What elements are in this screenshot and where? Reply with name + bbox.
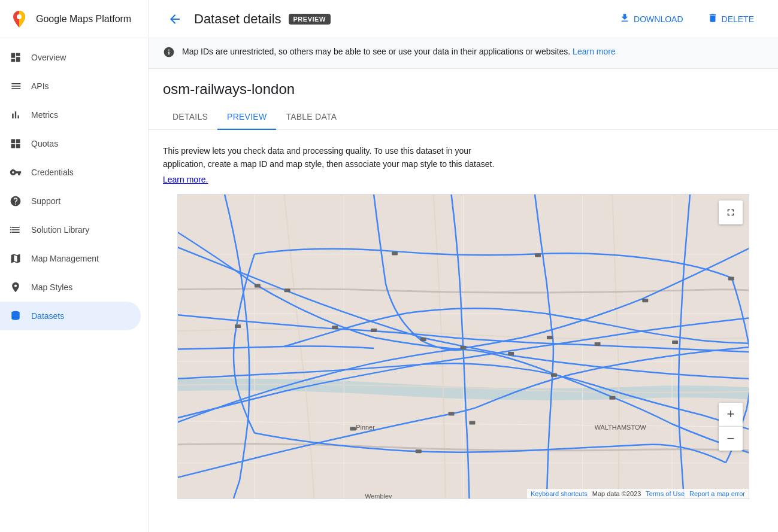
sidebar-item-solution-library-label: Solution Library	[31, 225, 89, 235]
svg-rect-34	[235, 324, 241, 328]
svg-text:Wembley: Wembley	[365, 493, 392, 498]
svg-rect-40	[416, 449, 422, 453]
svg-rect-6	[10, 229, 11, 230]
support-icon	[10, 195, 22, 207]
delete-button[interactable]: DELETE	[698, 8, 764, 31]
svg-rect-5	[10, 227, 11, 228]
svg-rect-4	[16, 144, 20, 148]
svg-rect-36	[469, 421, 475, 424]
svg-rect-37	[551, 373, 557, 377]
delete-icon	[707, 13, 718, 26]
map-visualization: Pinner WALTHAMSTOW Romford Wembley Green…	[178, 194, 749, 498]
svg-point-0	[17, 14, 22, 19]
sidebar-item-credentials[interactable]: Credentials	[0, 158, 141, 187]
map-data-text: Map data ©2023	[592, 490, 641, 497]
sidebar-header: Google Maps Platform	[0, 0, 148, 38]
svg-rect-24	[547, 336, 553, 339]
svg-rect-23	[371, 329, 377, 332]
dataset-name: osm-railways-london	[149, 69, 778, 105]
preview-description: This preview lets you check data and pro…	[163, 144, 764, 171]
svg-rect-29	[255, 284, 261, 287]
sidebar-item-solution-library[interactable]: Solution Library	[0, 215, 141, 244]
map-fullscreen-button[interactable]	[719, 200, 743, 224]
svg-rect-28	[642, 299, 648, 302]
sidebar-item-overview-label: Overview	[31, 53, 66, 62]
map-attribution: Keyboard shortcuts Map data ©2023 Terms …	[527, 489, 749, 498]
back-icon	[168, 12, 182, 26]
banner-learn-more-link[interactable]: Learn more	[573, 47, 616, 56]
banner-text: Map IDs are unrestricted, so others may …	[182, 45, 616, 58]
page-title: Dataset details	[194, 11, 281, 27]
app-title: Google Maps Platform	[36, 14, 131, 25]
sidebar-item-quotas-label: Quotas	[31, 139, 58, 148]
sidebar-item-datasets-label: Datasets	[31, 311, 64, 321]
svg-rect-2	[16, 139, 20, 144]
sidebar-item-datasets[interactable]: Datasets	[0, 302, 141, 330]
sidebar-item-support[interactable]: Support	[0, 187, 141, 215]
svg-rect-33	[728, 276, 734, 280]
svg-rect-26	[595, 342, 601, 346]
svg-rect-35	[449, 412, 455, 415]
sidebar-item-map-styles-label: Map Styles	[31, 282, 72, 292]
download-label: DOWNLOAD	[634, 14, 683, 24]
zoom-out-button[interactable]: −	[719, 427, 743, 451]
svg-rect-20	[461, 346, 467, 349]
sidebar-item-metrics[interactable]: Metrics	[0, 101, 141, 129]
svg-rect-27	[284, 288, 290, 292]
preview-badge: PREVIEW	[289, 14, 331, 25]
svg-text:Pinner: Pinner	[356, 424, 375, 431]
svg-rect-30	[672, 341, 678, 344]
sidebar-item-apis[interactable]: APIs	[0, 72, 141, 101]
tab-preview[interactable]: PREVIEW	[217, 105, 276, 130]
report-map-error-link[interactable]: Report a map error	[689, 490, 745, 497]
metrics-icon	[10, 109, 22, 121]
tabs-bar: DETAILS PREVIEW TABLE DATA	[149, 105, 778, 130]
sidebar-item-support-label: Support	[31, 196, 60, 206]
tab-preview-content: This preview lets you check data and pro…	[149, 130, 778, 499]
download-icon	[619, 13, 630, 26]
svg-rect-22	[508, 352, 514, 355]
sidebar-item-metrics-label: Metrics	[31, 110, 58, 120]
svg-rect-21	[420, 338, 426, 341]
keyboard-shortcuts-link[interactable]: Keyboard shortcuts	[531, 490, 588, 497]
svg-rect-1	[11, 139, 16, 144]
tab-table-data[interactable]: TABLE DATA	[276, 105, 346, 130]
apis-icon	[10, 80, 22, 92]
solution-library-icon	[10, 224, 22, 236]
datasets-icon	[10, 310, 22, 322]
map-zoom-controls: + −	[719, 403, 743, 451]
map-styles-icon	[10, 281, 22, 293]
svg-text:WALTHAMSTOW: WALTHAMSTOW	[595, 424, 647, 431]
svg-rect-7	[10, 232, 11, 233]
overview-icon	[10, 51, 22, 63]
info-icon	[163, 46, 175, 61]
map-preview: Pinner WALTHAMSTOW Romford Wembley Green…	[177, 194, 749, 499]
logo-icon	[10, 10, 29, 29]
back-button[interactable]	[163, 7, 187, 31]
sidebar-item-map-management-label: Map Management	[31, 254, 99, 263]
sidebar-item-overview[interactable]: Overview	[0, 43, 141, 72]
quotas-icon	[10, 138, 22, 150]
sidebar-item-quotas[interactable]: Quotas	[0, 129, 141, 158]
main-content: Dataset details PREVIEW DOWNLOAD DELETE	[149, 0, 778, 532]
topbar-actions: DOWNLOAD DELETE	[610, 8, 764, 31]
sidebar-item-map-styles[interactable]: Map Styles	[0, 273, 141, 302]
zoom-in-button[interactable]: +	[719, 403, 743, 427]
tab-details[interactable]: DETAILS	[163, 105, 217, 130]
info-banner: Map IDs are unrestricted, so others may …	[149, 38, 778, 69]
delete-label: DELETE	[722, 14, 754, 24]
svg-rect-25	[332, 326, 338, 329]
sidebar-nav: Overview APIs Metrics Quotas	[0, 38, 148, 532]
svg-rect-38	[610, 396, 616, 399]
preview-learn-more-link[interactable]: Learn more.	[163, 175, 208, 184]
map-management-icon	[10, 253, 22, 265]
download-button[interactable]: DOWNLOAD	[610, 8, 692, 31]
svg-rect-32	[535, 253, 541, 257]
terms-of-use-link[interactable]: Terms of Use	[646, 490, 685, 497]
sidebar-item-apis-label: APIs	[31, 81, 49, 91]
svg-rect-39	[350, 427, 356, 430]
sidebar: Google Maps Platform Overview APIs Metri…	[0, 0, 149, 532]
svg-rect-3	[11, 144, 16, 148]
sidebar-item-map-management[interactable]: Map Management	[0, 244, 141, 273]
content-area: Map IDs are unrestricted, so others may …	[149, 38, 778, 532]
